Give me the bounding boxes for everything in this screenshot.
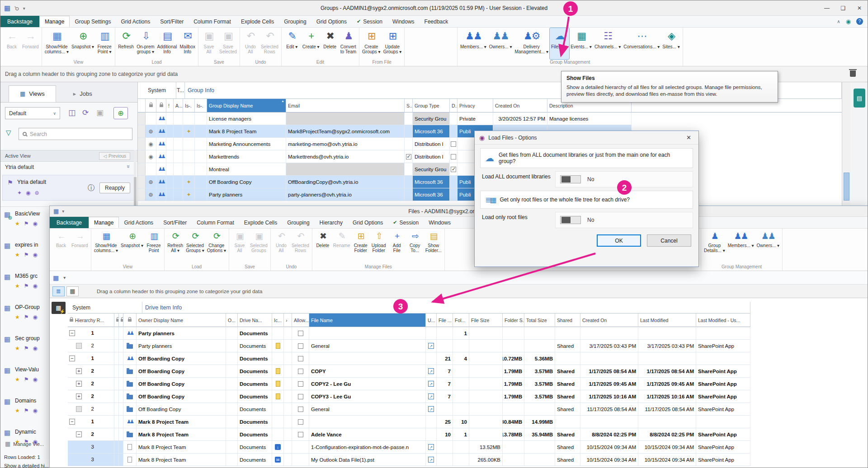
ok-button[interactable]: OK bbox=[597, 234, 641, 247]
column-header-privacy[interactable]: Privacy bbox=[458, 99, 493, 112]
checkbox-checked[interactable] bbox=[451, 167, 456, 172]
target-icon[interactable]: ◉ bbox=[33, 407, 38, 414]
tab-windows[interactable]: Windows bbox=[387, 16, 420, 27]
column-header-folc[interactable]: Fol... bbox=[453, 314, 469, 327]
target-icon[interactable]: ◉ bbox=[33, 220, 38, 227]
ribbon-button-update-groups[interactable]: ⊞UpdateGroups ▾ bbox=[382, 28, 403, 59]
collapse-ribbon-icon[interactable]: ∧ bbox=[837, 19, 840, 24]
search-input[interactable]: Search bbox=[19, 128, 132, 140]
column-header-n2[interactable] bbox=[119, 314, 123, 327]
collapse-icon[interactable]: − bbox=[76, 431, 82, 437]
pin-icon[interactable]: ⚲ bbox=[13, 4, 20, 12]
flag-icon[interactable]: ⚑ bbox=[24, 314, 29, 320]
collapse-icon[interactable]: − bbox=[69, 356, 75, 361]
ribbon-button-additional-info[interactable]: ▤AdditionalInfo bbox=[156, 28, 179, 59]
column-header-shared[interactable]: Shared bbox=[555, 314, 580, 327]
chevron-down-icon[interactable]: ▾ bbox=[63, 275, 66, 280]
tab-grid-options[interactable]: Grid Options bbox=[311, 16, 352, 27]
close-icon[interactable]: ✕ bbox=[851, 0, 868, 16]
flag-icon[interactable]: ⚑ bbox=[24, 220, 29, 227]
collapse-icon[interactable]: − bbox=[69, 419, 75, 425]
tab-backstage[interactable]: Backstage bbox=[50, 217, 89, 228]
column-header-ic[interactable]: Ic... bbox=[272, 314, 284, 327]
manage-views-link[interactable]: ▦ Manage Vie... bbox=[5, 440, 44, 447]
load-all-libraries-toggle[interactable] bbox=[560, 175, 581, 183]
column-header-created[interactable]: Created On bbox=[580, 314, 638, 327]
grid-row[interactable]: −1♟♟Off Boarding CopyDocuments21410.72MB… bbox=[68, 352, 750, 365]
tab-grid-actions[interactable]: Grid Actions bbox=[119, 217, 158, 228]
ribbon-button-selected-groups[interactable]: ⟳SelectedGroups ▾ bbox=[184, 229, 206, 264]
minimize-icon[interactable]: — bbox=[819, 0, 835, 16]
column-header-h[interactable] bbox=[138, 99, 146, 112]
eye-icon[interactable]: ◉ bbox=[846, 18, 851, 25]
checkbox-unchecked[interactable] bbox=[451, 141, 456, 147]
flag-icon[interactable]: ⚑ bbox=[24, 345, 29, 351]
star-icon[interactable]: ★ bbox=[15, 407, 20, 414]
ribbon-button-members[interactable]: ♟♟Members... ▾ bbox=[459, 28, 488, 59]
files-grouping-zone[interactable]: ≣ ▦ Drag a column header to this groupin… bbox=[50, 285, 868, 298]
grid-row[interactable]: +2Off Boarding CopyDocumentsCOPY↗71.79MB… bbox=[68, 365, 750, 378]
tab-manage[interactable]: Manage bbox=[39, 16, 70, 27]
column-header-n1[interactable] bbox=[114, 314, 119, 327]
tab-grouping[interactable]: Grouping bbox=[279, 16, 311, 27]
ribbon-button-show-folder[interactable]: ▤ShowFolder... bbox=[424, 229, 443, 264]
cancel-button[interactable]: Cancel bbox=[647, 234, 691, 247]
open-external-icon[interactable]: ↗ bbox=[428, 393, 434, 399]
grid-icon[interactable]: ▦ bbox=[53, 274, 59, 281]
star-icon[interactable]: ★ bbox=[15, 345, 20, 351]
ribbon-button-events[interactable]: ▦Events... ▾ bbox=[569, 28, 593, 59]
column-header-fos[interactable]: Folder S... bbox=[503, 314, 524, 327]
info-icon[interactable]: ⓘ bbox=[88, 183, 95, 193]
star-icon[interactable]: ★ bbox=[15, 283, 20, 289]
ribbon-button-owners[interactable]: ♟♟Owners... ▾ bbox=[755, 229, 781, 264]
ribbon-button-freeze-point[interactable]: ▥FreezePoint ▾ bbox=[95, 28, 113, 59]
star-icon[interactable]: ★ bbox=[15, 314, 20, 320]
chevron-down-icon[interactable]: ▾ bbox=[23, 6, 25, 11]
ribbon-button-edit[interactable]: ✎Edit ▾ bbox=[283, 28, 301, 59]
view-set-select[interactable]: Default ∨ bbox=[5, 107, 60, 119]
expand-icon[interactable]: + bbox=[76, 381, 82, 387]
sidebar-tab-views[interactable]: ▦Views bbox=[9, 85, 56, 102]
collapse-icon[interactable]: » bbox=[125, 165, 132, 168]
tab-grouping[interactable]: Grouping bbox=[282, 217, 314, 228]
checkbox-unchecked[interactable] bbox=[298, 356, 303, 361]
tab-sort-filter[interactable]: Sort/Filter bbox=[155, 16, 189, 27]
column-header-allow[interactable]: Allow... bbox=[292, 314, 309, 327]
column-header-gt[interactable]: › bbox=[284, 314, 292, 327]
grid-scrollbar[interactable] bbox=[842, 82, 850, 206]
tab-sort-filter[interactable]: Sort/Filter bbox=[158, 217, 192, 228]
tab-session[interactable]: ✔Session bbox=[352, 16, 387, 27]
column-header-o[interactable]: O... bbox=[226, 314, 238, 327]
checkbox-unchecked[interactable] bbox=[298, 343, 303, 349]
column-header-l2[interactable] bbox=[156, 99, 166, 112]
ribbon-button-upload-folder[interactable]: ⇧UploadFolder bbox=[370, 229, 388, 264]
checkbox-unchecked[interactable] bbox=[298, 419, 303, 425]
grid-row[interactable]: −2Mark 8 Project TeamDocumentsAdele Vanc… bbox=[68, 428, 750, 441]
flag-icon[interactable]: ⚑ bbox=[24, 252, 29, 258]
grid-row[interactable]: ♟♟License managersSecurity GrouPrivate3/… bbox=[138, 112, 632, 125]
filter-icon[interactable]: ▽ bbox=[6, 129, 11, 137]
save-view-icon[interactable]: ▣ bbox=[96, 108, 104, 117]
ribbon-button-show-hide-columns[interactable]: ▦Show/Hidecolumns... ▾ bbox=[43, 28, 70, 59]
tab-backstage[interactable]: Backstage bbox=[0, 16, 39, 27]
open-external-icon[interactable]: ↗ bbox=[428, 343, 434, 349]
ribbon-button-owners[interactable]: ♟♟Owners... ▾ bbox=[488, 28, 514, 59]
eye-icon[interactable]: ⊚ bbox=[35, 190, 39, 196]
star-icon[interactable]: ★ bbox=[15, 376, 20, 383]
help-icon[interactable]: ? bbox=[856, 18, 863, 25]
ribbon-button-members[interactable]: ♟♟Members... ▾ bbox=[726, 229, 755, 264]
checkbox-unchecked[interactable] bbox=[298, 394, 303, 399]
tab-column-format[interactable]: Column Format bbox=[192, 217, 239, 228]
band-system[interactable]: System bbox=[68, 302, 142, 314]
grid-row[interactable]: −1♟♟Party plannersDocuments1 bbox=[68, 327, 750, 340]
ribbon-button-create-groups[interactable]: ⊞CreateGroups ▾ bbox=[361, 28, 382, 59]
column-header-ex[interactable]: ! bbox=[166, 99, 174, 112]
checkbox-unchecked[interactable] bbox=[298, 331, 303, 336]
column-header-l1[interactable] bbox=[146, 99, 156, 112]
column-header-owner[interactable]: Owner Display Name bbox=[137, 314, 226, 327]
grid-row[interactable]: 3Mark 8 Project TeamDocuments✉My Outlook… bbox=[68, 454, 750, 466]
tab-hierarchy[interactable]: Hierarchy bbox=[315, 217, 348, 228]
ribbon-button-change-options[interactable]: ⟳ChangeOptions ▾ bbox=[206, 229, 227, 264]
checkbox-unchecked[interactable] bbox=[298, 381, 303, 387]
target-icon[interactable]: ◉ bbox=[33, 376, 38, 383]
